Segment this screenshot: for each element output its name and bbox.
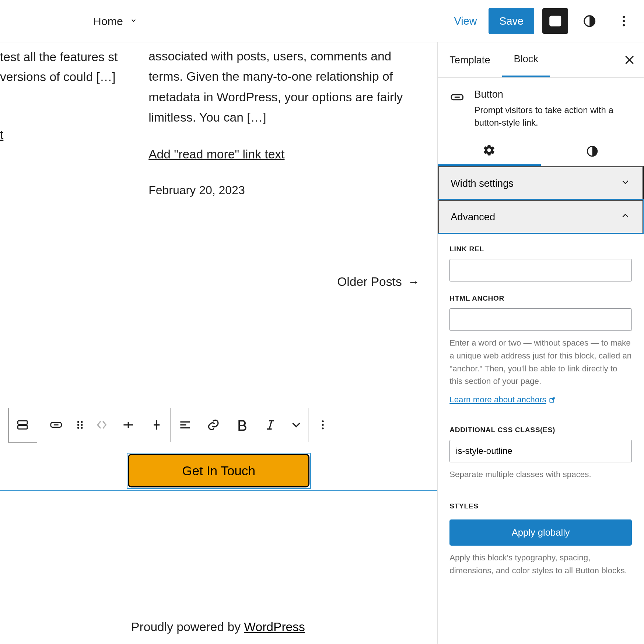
css-classes-input[interactable] <box>449 440 632 462</box>
apply-globally-button[interactable]: Apply globally <box>449 519 632 546</box>
post-excerpt[interactable]: test all the features st versions of cou… <box>0 47 130 87</box>
svg-point-10 <box>77 421 79 423</box>
link-rel-input[interactable] <box>449 259 632 281</box>
link-icon[interactable] <box>199 409 228 442</box>
older-posts-label: Older Posts <box>337 275 402 289</box>
apply-globally-help: Apply this block's typography, spacing, … <box>449 552 632 577</box>
external-link-icon <box>549 396 556 403</box>
readmore-link[interactable]: t <box>0 128 3 142</box>
get-in-touch-button[interactable]: Get In Touch <box>128 454 309 487</box>
svg-point-4 <box>623 20 625 22</box>
css-classes-label: ADDITIONAL CSS CLASS(ES) <box>449 426 632 434</box>
block-name: Button <box>474 88 632 100</box>
svg-rect-7 <box>18 426 27 429</box>
settings-sidebar: Template Block Button Prompt visitors to… <box>437 42 644 644</box>
contrast-icon[interactable] <box>577 8 602 34</box>
footer-prefix: Proudly powered by <box>131 620 244 634</box>
italic-icon[interactable] <box>256 409 285 442</box>
parent-block-icon[interactable] <box>8 409 37 442</box>
svg-point-3 <box>623 16 625 18</box>
svg-point-13 <box>81 424 83 426</box>
chevron-down-icon <box>620 177 631 190</box>
chevron-down-icon[interactable] <box>284 409 308 442</box>
drag-icon[interactable] <box>70 409 90 442</box>
svg-point-27 <box>322 424 323 426</box>
html-anchor-help: Enter a word or two — without spaces — t… <box>449 337 632 388</box>
svg-rect-0 <box>550 16 561 26</box>
add-after-icon[interactable] <box>142 409 171 442</box>
close-icon[interactable] <box>615 46 644 74</box>
align-icon[interactable] <box>171 409 199 442</box>
button-block-selected[interactable]: Get In Touch <box>127 453 311 489</box>
chevron-up-icon <box>620 210 631 224</box>
styles-subtab[interactable] <box>541 136 644 166</box>
svg-point-14 <box>77 427 79 429</box>
svg-rect-6 <box>18 421 27 424</box>
site-footer[interactable]: Proudly powered by WordPress <box>0 620 436 634</box>
styles-label: STYLES <box>449 502 632 510</box>
svg-point-26 <box>322 420 323 422</box>
gear-icon <box>483 144 496 157</box>
view-link[interactable]: View <box>451 10 480 32</box>
panel-title: Advanced <box>451 211 495 223</box>
block-description: Prompt visitors to take action with a bu… <box>474 104 632 130</box>
save-button[interactable]: Save <box>489 8 534 34</box>
footer-wordpress-link[interactable]: WordPress <box>244 620 305 634</box>
older-posts-link[interactable]: Older Posts <box>337 275 420 289</box>
block-toolbar <box>8 408 337 442</box>
button-block-wrapper[interactable]: Get In Touch <box>0 450 437 491</box>
css-classes-help: Separate multiple classes with spaces. <box>449 468 632 481</box>
add-before-icon[interactable] <box>114 409 143 442</box>
button-block-icon <box>449 90 465 105</box>
svg-point-28 <box>322 428 323 430</box>
settings-subtab[interactable] <box>438 136 541 166</box>
block-type-icon[interactable] <box>42 409 70 442</box>
bold-icon[interactable] <box>228 409 256 442</box>
svg-point-5 <box>623 24 625 26</box>
link-rel-label: LINK REL <box>449 245 632 253</box>
readmore-placeholder[interactable]: Add "read more" link text <box>148 147 284 161</box>
contrast-icon <box>586 145 599 158</box>
svg-point-12 <box>77 424 79 426</box>
post-excerpt[interactable]: associated with posts, users, comments a… <box>148 46 420 128</box>
nav-home[interactable]: Home <box>93 15 123 28</box>
html-anchor-input[interactable] <box>449 308 632 331</box>
svg-line-23 <box>269 421 272 429</box>
post-date[interactable]: February 20, 2023 <box>148 183 245 197</box>
tab-template[interactable]: Template <box>438 42 502 77</box>
more-vertical-icon[interactable] <box>611 8 637 34</box>
learn-anchors-link[interactable]: Learn more about anchors <box>449 395 556 405</box>
tab-block[interactable]: Block <box>502 42 550 77</box>
prev-next-icon <box>90 409 114 442</box>
sidebar-toggle-icon[interactable] <box>542 8 568 34</box>
chevron-down-icon[interactable] <box>130 16 137 27</box>
svg-point-15 <box>81 427 83 429</box>
panel-title: Width settings <box>451 178 514 189</box>
panel-width-settings[interactable]: Width settings <box>438 166 644 200</box>
learn-anchors-label: Learn more about anchors <box>449 395 546 405</box>
panel-advanced[interactable]: Advanced <box>438 200 644 233</box>
arrow-right-icon <box>408 275 420 289</box>
svg-point-11 <box>81 421 83 423</box>
html-anchor-label: HTML ANCHOR <box>449 294 632 302</box>
editor-canvas[interactable]: test all the features st versions of cou… <box>0 42 437 644</box>
more-vertical-icon[interactable] <box>308 409 337 442</box>
